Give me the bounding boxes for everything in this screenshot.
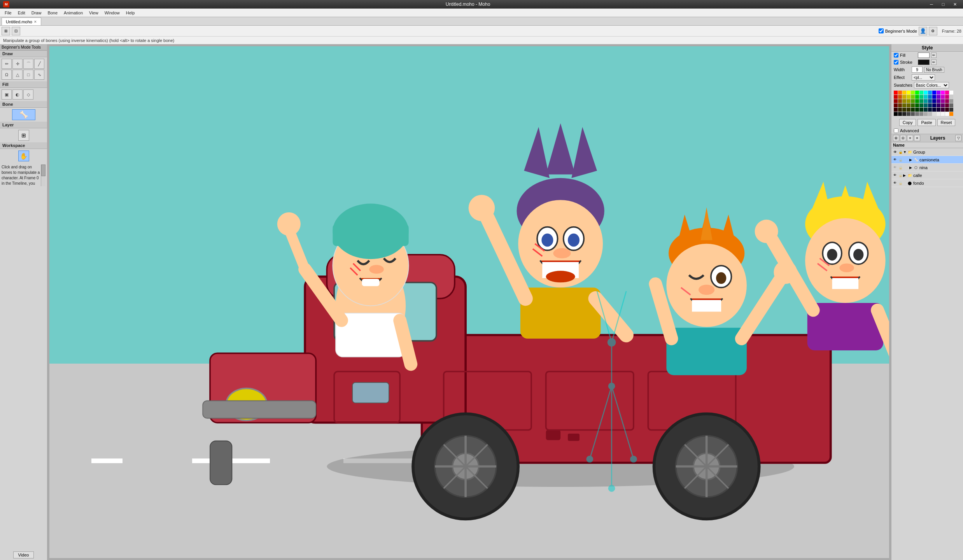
- toolbar-icon-2[interactable]: ⊡: [12, 27, 20, 35]
- paste-button[interactable]: Paste: [917, 119, 935, 126]
- canvas-area[interactable]: [47, 44, 891, 560]
- palette-color-3[interactable]: [907, 91, 910, 94]
- palette-color-77[interactable]: [924, 112, 928, 116]
- layer-lock-nina[interactable]: 🔒: [898, 165, 903, 170]
- palette-color-55[interactable]: [949, 103, 953, 107]
- palette-color-72[interactable]: [902, 112, 906, 116]
- tab-close-icon[interactable]: ✕: [34, 20, 37, 24]
- palette-color-83[interactable]: [949, 112, 953, 116]
- menu-draw[interactable]: Draw: [28, 10, 45, 16]
- palette-color-37[interactable]: [932, 99, 936, 103]
- palette-color-29[interactable]: [898, 99, 902, 103]
- palette-color-81[interactable]: [941, 112, 945, 116]
- palette-color-80[interactable]: [937, 112, 940, 116]
- draw-tool-tri[interactable]: △: [12, 70, 23, 80]
- palette-color-8[interactable]: [928, 91, 932, 94]
- palette-color-36[interactable]: [928, 99, 932, 103]
- palette-color-18[interactable]: [911, 95, 915, 99]
- minimize-button[interactable]: ─: [926, 1, 937, 8]
- layer-vis-nina[interactable]: 👁: [892, 165, 898, 170]
- layer-expand-calle[interactable]: ▶: [903, 173, 907, 177]
- palette-color-75[interactable]: [915, 112, 919, 116]
- draw-tool-pencil[interactable]: ✏: [2, 59, 12, 69]
- menu-help[interactable]: Help: [123, 10, 138, 16]
- layer-name-fondo[interactable]: fondo: [912, 181, 962, 186]
- palette-color-52[interactable]: [937, 103, 940, 107]
- palette-color-6[interactable]: [919, 91, 923, 94]
- palette-color-5[interactable]: [915, 91, 919, 94]
- palette-color-82[interactable]: [945, 112, 949, 116]
- palette-color-27[interactable]: [949, 95, 953, 99]
- layer-lock-group[interactable]: 🔒: [898, 149, 903, 155]
- stroke-edit-button[interactable]: ✏: [931, 60, 937, 65]
- layers-icon-3[interactable]: ≡: [907, 135, 913, 141]
- desc-scrollbar[interactable]: [41, 164, 46, 186]
- palette-color-67[interactable]: [941, 108, 945, 112]
- palette-color-43[interactable]: [898, 103, 902, 107]
- layer-nina[interactable]: 👁 🔒 ▶ ⬡ nina: [891, 164, 963, 172]
- palette-color-30[interactable]: [902, 99, 906, 103]
- palette-color-49[interactable]: [924, 103, 928, 107]
- palette-color-56[interactable]: [894, 108, 898, 112]
- palette-color-35[interactable]: [924, 99, 928, 103]
- layer-vis-camioneta[interactable]: 👁: [892, 157, 898, 163]
- draw-tool-omega[interactable]: Ω: [2, 70, 12, 80]
- draw-tool-rect[interactable]: □: [23, 70, 33, 80]
- palette-color-19[interactable]: [915, 95, 919, 99]
- palette-color-21[interactable]: [924, 95, 928, 99]
- settings-icon[interactable]: ⚙: [929, 27, 937, 35]
- palette-color-42[interactable]: [894, 103, 898, 107]
- palette-color-12[interactable]: [945, 91, 949, 94]
- palette-color-58[interactable]: [902, 108, 906, 112]
- palette-color-74[interactable]: [911, 112, 915, 116]
- palette-color-32[interactable]: [911, 99, 915, 103]
- palette-color-69[interactable]: [949, 108, 953, 112]
- palette-color-59[interactable]: [907, 108, 910, 112]
- palette-color-71[interactable]: [898, 112, 902, 116]
- menu-window[interactable]: Window: [102, 10, 123, 16]
- no-brush-button[interactable]: No Brush: [924, 67, 944, 73]
- workspace-hand-tool[interactable]: ✋: [18, 150, 29, 161]
- palette-color-64[interactable]: [928, 108, 932, 112]
- palette-color-65[interactable]: [932, 108, 936, 112]
- advanced-checkbox[interactable]: [894, 128, 898, 133]
- palette-color-23[interactable]: [932, 95, 936, 99]
- layers-icon-2[interactable]: ⊟: [900, 135, 906, 141]
- palette-color-16[interactable]: [902, 95, 906, 99]
- layer-group[interactable]: 👁 🔒 ▼ 📁 Group: [891, 148, 963, 156]
- reset-button[interactable]: Reset: [937, 119, 956, 126]
- palette-color-20[interactable]: [919, 95, 923, 99]
- draw-tool-wave[interactable]: ∿: [34, 70, 44, 80]
- fill-tool-1[interactable]: ▣: [2, 89, 12, 100]
- layer-lock-fondo[interactable]: 🔒: [898, 180, 903, 186]
- effect-select[interactable]: <pl...: [912, 74, 935, 80]
- palette-color-15[interactable]: [898, 95, 902, 99]
- palette-color-17[interactable]: [907, 95, 910, 99]
- palette-color-31[interactable]: [907, 99, 910, 103]
- video-button[interactable]: Video: [13, 551, 34, 558]
- layer-expand-group[interactable]: ▼: [903, 150, 907, 154]
- palette-color-54[interactable]: [945, 103, 949, 107]
- palette-color-24[interactable]: [937, 95, 940, 99]
- palette-color-62[interactable]: [919, 108, 923, 112]
- layer-vis-group[interactable]: 👁: [892, 149, 898, 155]
- palette-color-46[interactable]: [911, 103, 915, 107]
- layer-lock-calle[interactable]: 🔒: [898, 173, 903, 178]
- menu-bone[interactable]: Bone: [44, 10, 61, 16]
- layer-vis-calle[interactable]: 👁: [892, 173, 898, 178]
- palette-color-78[interactable]: [928, 112, 932, 116]
- stroke-checkbox[interactable]: [894, 60, 898, 65]
- palette-color-26[interactable]: [945, 95, 949, 99]
- palette-color-9[interactable]: [932, 91, 936, 94]
- palette-color-1[interactable]: [898, 91, 902, 94]
- layer-expand-nina[interactable]: ▶: [909, 166, 913, 170]
- palette-color-41[interactable]: [949, 99, 953, 103]
- menu-view[interactable]: View: [86, 10, 102, 16]
- palette-color-70[interactable]: [894, 112, 898, 116]
- toolbar-icon-1[interactable]: ⊞: [2, 27, 10, 35]
- width-input[interactable]: [912, 66, 923, 73]
- layer-name-nina[interactable]: nina: [919, 165, 962, 170]
- palette-color-39[interactable]: [941, 99, 945, 103]
- layer-fondo[interactable]: 👁 🔒 ▶ ⬤ fondo: [891, 179, 963, 187]
- copy-button[interactable]: Copy: [899, 119, 916, 126]
